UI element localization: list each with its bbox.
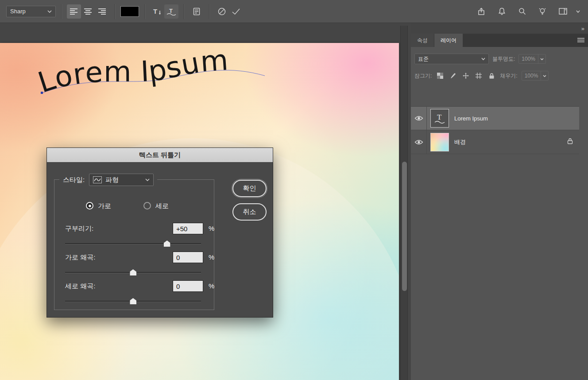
blend-mode-row: 표준 불투명도: 100% bbox=[411, 53, 588, 65]
collapse-panels-icon[interactable]: » bbox=[581, 25, 584, 32]
ok-button[interactable]: 확인 bbox=[232, 180, 267, 197]
tab-layers[interactable]: 레이어 bbox=[434, 34, 463, 47]
canvas-text: Lorem Ipsum bbox=[34, 51, 230, 99]
opacity-value: 100% bbox=[522, 56, 535, 62]
v-distort-label: 세로 왜곡: bbox=[65, 282, 95, 291]
text-layer-thumbnail[interactable]: T bbox=[430, 109, 449, 128]
h-distort-slider-thumb[interactable] bbox=[130, 269, 136, 275]
svg-text:T: T bbox=[169, 8, 173, 14]
layer-name: 배경 bbox=[454, 138, 466, 146]
cancel-button[interactable]: 취소 bbox=[232, 203, 267, 221]
lock-pixels-button[interactable] bbox=[449, 71, 457, 80]
bend-unit: % bbox=[209, 225, 214, 232]
v-distort-slider-thumb[interactable] bbox=[130, 298, 136, 304]
check-icon bbox=[232, 8, 240, 15]
chevron-down-icon bbox=[47, 10, 52, 13]
align-right-button[interactable] bbox=[95, 4, 109, 19]
background-layer-thumbnail[interactable] bbox=[430, 133, 449, 151]
align-center-button[interactable] bbox=[81, 4, 95, 19]
align-left-button[interactable] bbox=[67, 4, 81, 19]
antialias-select[interactable]: Sharp bbox=[6, 6, 56, 17]
antialias-value: Sharp bbox=[10, 8, 26, 15]
share-button[interactable] bbox=[474, 4, 488, 19]
chevron-down-icon bbox=[540, 58, 544, 60]
cancel-edits-button[interactable] bbox=[215, 4, 229, 19]
v-distort-unit: % bbox=[209, 282, 214, 290]
fill-value: 100% bbox=[525, 73, 538, 79]
text-orientation-icon: T bbox=[152, 8, 162, 16]
notifications-button[interactable] bbox=[495, 4, 509, 19]
toolbar-divider bbox=[61, 4, 62, 19]
artboard-frame-icon bbox=[476, 73, 482, 79]
layers-panel: » 속성 레이어 표준 bbox=[411, 23, 588, 380]
opacity-label: 불투명도: bbox=[492, 55, 515, 63]
v-distort-input[interactable] bbox=[173, 280, 203, 292]
layers-list: T Lorem Ipsum 배경 bbox=[411, 106, 588, 154]
chevron-down-icon[interactable] bbox=[576, 10, 580, 13]
fill-value-select[interactable]: 100% bbox=[522, 71, 549, 81]
toolbar-divider bbox=[115, 4, 115, 19]
style-value: 파형 bbox=[105, 176, 142, 184]
svg-text:T: T bbox=[153, 8, 157, 15]
dialog-title: 텍스트 뒤틀기 bbox=[139, 151, 181, 159]
lightbulb-icon bbox=[538, 8, 546, 16]
lock-all-button[interactable] bbox=[487, 71, 496, 80]
tab-properties-label: 속성 bbox=[417, 37, 428, 44]
visibility-toggle[interactable] bbox=[411, 106, 427, 130]
bend-slider-thumb[interactable] bbox=[164, 240, 170, 247]
lock-position-button[interactable] bbox=[461, 71, 470, 80]
bend-slider[interactable] bbox=[65, 240, 201, 247]
type-options-toolbar: Sharp bbox=[0, 0, 588, 23]
layers-panel-body: 표준 불투명도: 100% 잠그기: bbox=[411, 47, 588, 380]
discover-button[interactable] bbox=[535, 4, 549, 19]
wave-style-icon bbox=[93, 176, 102, 183]
v-distort-slider[interactable] bbox=[65, 298, 201, 304]
bend-input[interactable] bbox=[173, 223, 203, 234]
align-right-icon bbox=[98, 8, 106, 15]
radio-horizontal[interactable] bbox=[86, 202, 93, 209]
tab-properties[interactable]: 속성 bbox=[411, 34, 434, 47]
lock-row: 잠그기: bbox=[411, 70, 588, 81]
search-button[interactable] bbox=[515, 4, 529, 19]
move-icon bbox=[463, 73, 469, 79]
toggle-panels-button[interactable] bbox=[190, 4, 204, 19]
tab-layers-label: 레이어 bbox=[441, 37, 456, 44]
h-distort-slider[interactable] bbox=[65, 269, 201, 275]
h-distort-input[interactable] bbox=[173, 252, 203, 263]
chevron-down-icon bbox=[543, 75, 546, 77]
eye-icon bbox=[414, 139, 423, 145]
toolbar-right-group bbox=[474, 4, 582, 19]
workspace-switcher-button[interactable] bbox=[556, 4, 570, 19]
vertical-scrollbar[interactable] bbox=[400, 26, 408, 380]
layer-row-background[interactable]: 배경 bbox=[411, 130, 579, 154]
layer-name: Lorem Ipsum bbox=[454, 115, 488, 122]
layer-locked-badge bbox=[567, 138, 573, 146]
warped-text-layer[interactable]: Lorem Ipsum bbox=[31, 51, 279, 104]
blend-mode-value: 표준 bbox=[418, 55, 429, 63]
align-center-icon bbox=[84, 8, 92, 15]
text-color-swatch[interactable] bbox=[120, 6, 139, 17]
lock-artboard-button[interactable] bbox=[474, 71, 483, 80]
style-row: 스타일: 파형 bbox=[59, 173, 157, 186]
warp-text-button[interactable]: T bbox=[164, 4, 178, 19]
scrollbar-thumb[interactable] bbox=[402, 162, 407, 291]
search-icon bbox=[518, 8, 526, 15]
svg-text:T: T bbox=[437, 113, 442, 121]
eye-icon bbox=[414, 115, 423, 121]
panel-menu-button[interactable] bbox=[577, 36, 584, 44]
lock-transparency-button[interactable] bbox=[436, 71, 445, 80]
radio-vertical[interactable] bbox=[143, 202, 151, 209]
blend-mode-select[interactable]: 표준 bbox=[414, 54, 489, 64]
dialog-titlebar[interactable]: 텍스트 뒤틀기 bbox=[47, 148, 273, 162]
h-distort-label: 가로 왜곡: bbox=[65, 253, 95, 262]
text-orientation-button[interactable]: T bbox=[150, 4, 164, 19]
commit-edits-button[interactable] bbox=[229, 4, 243, 19]
lock-icon bbox=[567, 138, 573, 144]
visibility-toggle[interactable] bbox=[411, 130, 427, 154]
warp-style-select[interactable]: 파형 bbox=[89, 174, 154, 186]
panel-tab-row: 속성 레이어 bbox=[411, 34, 588, 47]
layer-row-lorem-ipsum[interactable]: T Lorem Ipsum bbox=[411, 106, 579, 130]
radio-vertical-label: 세로 bbox=[155, 202, 169, 210]
lock-label: 잠그기: bbox=[414, 72, 432, 80]
opacity-value-select[interactable]: 100% bbox=[518, 54, 546, 64]
